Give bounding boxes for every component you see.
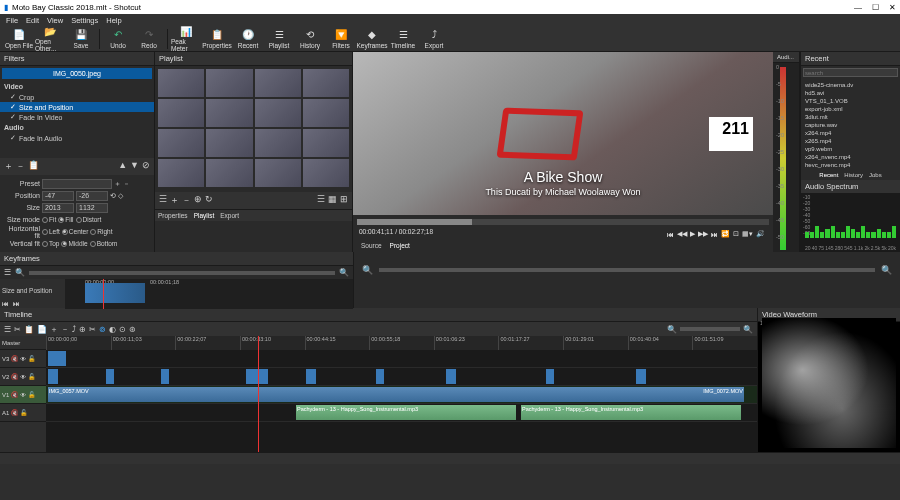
add-filter-button[interactable]: ＋ — [4, 160, 13, 173]
keyframe-clip[interactable] — [85, 283, 145, 303]
timeline-clip-v1[interactable]: IMG_0057.MOVIMG_0072.MOV — [48, 387, 744, 402]
tl-append-button[interactable]: ＋ — [50, 324, 58, 335]
hfit-left[interactable]: Left — [42, 228, 60, 235]
hide-icon[interactable]: 👁 — [20, 356, 26, 362]
playlist-thumb[interactable]: IMG_0075.jpeg — [255, 99, 301, 127]
view-icons-button[interactable]: ⊞ — [340, 194, 348, 207]
timeline-clip[interactable] — [106, 369, 114, 384]
vfit-middle[interactable]: Middle — [61, 240, 87, 247]
playlist-thumb[interactable]: IMG_0072.MOV — [303, 129, 349, 157]
playlist-add-button[interactable]: ＋ — [170, 194, 179, 207]
tab-playlist[interactable]: Playlist — [194, 212, 215, 219]
playlist-insert-button[interactable]: ⊕ — [194, 194, 202, 207]
timeline-clip[interactable] — [161, 369, 169, 384]
tl-cut-button[interactable]: ✂ — [14, 325, 21, 334]
timeline-tracks[interactable]: 00:00:00;0000:00:11;0300:00:22;0700:00:3… — [46, 336, 757, 452]
hfit-right[interactable]: Right — [90, 228, 112, 235]
tl-delete-button[interactable]: － — [61, 324, 69, 335]
mute-icon[interactable]: 🔇 — [11, 373, 18, 380]
preset-select[interactable] — [42, 179, 112, 189]
playlist-menu-button[interactable]: ☰ — [159, 194, 167, 207]
mute-icon[interactable]: 🔇 — [11, 391, 18, 398]
timeline-zoom-slider[interactable] — [379, 268, 875, 272]
menu-settings[interactable]: Settings — [71, 16, 98, 25]
kf-zoom-in-icon[interactable]: 🔍 — [339, 268, 349, 277]
skip-end-button[interactable]: ⏭ — [711, 231, 718, 238]
track-head-a1[interactable]: A1🔇🔓 — [0, 404, 46, 422]
keyframe-track[interactable]: 00:00:00;00 00:00:01;18 — [65, 279, 353, 309]
playlist-thumb[interactable]: IMG_0060.jpeg — [206, 69, 252, 97]
menu-file[interactable]: File — [6, 16, 18, 25]
redo-button[interactable]: ↷Redo — [134, 27, 164, 51]
save-button[interactable]: 💾Save — [66, 27, 96, 51]
kf-playhead[interactable] — [103, 279, 104, 309]
recent-item[interactable]: VTS_01_1.VOB — [803, 97, 898, 105]
copy-filter-button[interactable]: 📋 — [28, 160, 39, 173]
tl-zoom-in-icon[interactable]: 🔍 — [743, 325, 753, 334]
play-button[interactable]: ▶ — [690, 230, 695, 238]
timeline-clip-a1b[interactable]: Pachyderm - 13 - Happy_Song_Instrumental… — [521, 405, 741, 420]
filter-size-position[interactable]: ✓Size and Position — [0, 102, 154, 112]
playlist-thumb[interactable]: IMG_0067.jpeg — [303, 99, 349, 127]
preset-add-button[interactable]: ＋ — [114, 179, 121, 189]
rtab-jobs[interactable]: Jobs — [869, 172, 882, 178]
recent-item[interactable]: hd5.avi — [803, 89, 898, 97]
recent-item[interactable]: vp9.webm — [803, 145, 898, 153]
tl-ripple-button[interactable]: ⊙ — [119, 325, 126, 334]
playlist-thumb[interactable]: IMG_0066.MOV — [158, 129, 204, 157]
size-w-input[interactable] — [42, 203, 74, 213]
skip-start-button[interactable]: ⏮ — [667, 231, 674, 238]
playlist-thumb[interactable]: IMG_0059.jpeg — [158, 69, 204, 97]
playlist-button[interactable]: ☰Playlist — [264, 27, 294, 51]
track-head-v3[interactable]: V3🔇👁🔓 — [0, 350, 46, 368]
forward-button[interactable]: ▶▶ — [698, 230, 708, 238]
position-y-input[interactable] — [76, 191, 108, 201]
recent-button[interactable]: 🕐Recent — [233, 27, 263, 51]
preview-viewport[interactable]: 211 A Bike Show This Ducati by Michael W… — [353, 52, 773, 215]
playlist-thumb[interactable]: IMG_0071.MOV — [255, 129, 301, 157]
hide-icon[interactable]: 👁 — [20, 392, 26, 398]
remove-filter-button[interactable]: － — [16, 160, 25, 173]
playlist-thumb[interactable]: IMG_0070.MOV — [206, 129, 252, 157]
tl-menu-button[interactable]: ☰ — [4, 325, 11, 334]
undo-button[interactable]: ↶Undo — [103, 27, 133, 51]
timeline-playhead[interactable] — [258, 336, 259, 452]
playlist-remove-button[interactable]: － — [182, 194, 191, 207]
recent-item[interactable]: x265.mp4 — [803, 137, 898, 145]
tl-paste-button[interactable]: 📄 — [37, 325, 47, 334]
hfit-center[interactable]: Center — [62, 228, 89, 235]
playlist-thumb[interactable]: IMG_0073.jpeg — [158, 159, 204, 187]
vfit-top[interactable]: Top — [42, 240, 59, 247]
view-list-button[interactable]: ☰ — [317, 194, 325, 207]
tl-copy-button[interactable]: 📋 — [24, 325, 34, 334]
menu-edit[interactable]: Edit — [26, 16, 39, 25]
tab-export[interactable]: Export — [220, 212, 239, 219]
tl-scrub-button[interactable]: ◐ — [109, 325, 116, 334]
track-v2[interactable] — [46, 368, 757, 386]
grid-button[interactable]: ▦▾ — [742, 230, 753, 238]
timeline-clip-a1[interactable]: Pachyderm - 13 - Happy_Song_Instrumental… — [296, 405, 516, 420]
minimize-button[interactable]: — — [854, 3, 862, 12]
tl-lift-button[interactable]: ⤴ — [72, 325, 76, 334]
playlist-thumb[interactable]: IMG_0075.jpeg — [206, 159, 252, 187]
track-a1[interactable]: Pachyderm - 13 - Happy_Song_Instrumental… — [46, 404, 757, 422]
recent-item[interactable]: hevc_nvenc.mp4 — [803, 161, 898, 169]
kf-prev-button[interactable]: ⏮ — [2, 300, 9, 307]
rtab-recent[interactable]: Recent — [819, 172, 838, 178]
playlist-thumb[interactable]: IMG_0063.jpeg — [158, 99, 204, 127]
filter-fade-in-audio[interactable]: ✓Fade In Audio — [0, 133, 154, 143]
mute-icon[interactable]: 🔇 — [11, 355, 18, 362]
tl-overwrite-button[interactable]: ⊕ — [79, 325, 86, 334]
track-v3[interactable] — [46, 350, 757, 368]
playlist-thumb[interactable] — [303, 159, 349, 187]
track-head-v2[interactable]: V2🔇👁🔓 — [0, 368, 46, 386]
recent-item[interactable]: export-job.xml — [803, 105, 898, 113]
peak-meter-button[interactable]: 📊Peak Meter — [171, 27, 201, 51]
timeline-clip[interactable] — [446, 369, 456, 384]
menu-help[interactable]: Help — [106, 16, 121, 25]
recent-item[interactable]: x264.mp4 — [803, 129, 898, 137]
filter-up-button[interactable]: ▲ — [118, 160, 127, 173]
filter-deselect-button[interactable]: ⊘ — [142, 160, 150, 173]
preset-del-button[interactable]: － — [123, 179, 130, 189]
recent-item[interactable]: capture.wav — [803, 121, 898, 129]
